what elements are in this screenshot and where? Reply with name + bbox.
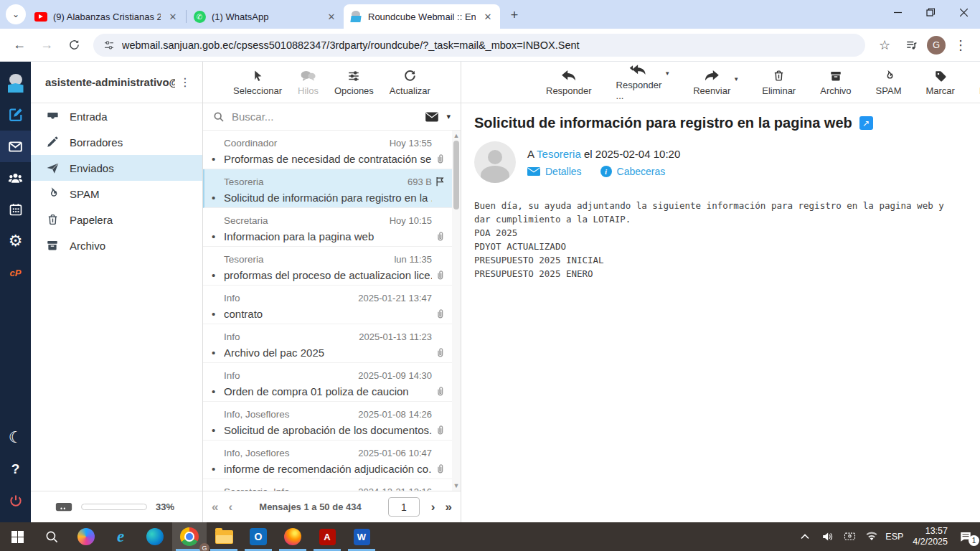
details-link[interactable]: Detalles	[527, 166, 582, 177]
start-button[interactable]	[0, 522, 34, 551]
refresh-button[interactable]: Actualizar	[390, 69, 430, 96]
folder-entrada[interactable]: Entrada	[31, 103, 202, 129]
edge-icon[interactable]	[138, 522, 172, 551]
message-row[interactable]: Info 2025-01-09 14:30 • Orden de compra …	[203, 363, 452, 402]
delete-button[interactable]: Eliminar	[762, 69, 796, 96]
tray-expand-icon[interactable]	[796, 534, 814, 540]
spam-button[interactable]: SPAM	[876, 69, 902, 96]
message-row[interactable]: Info, Joseflores 2025-01-06 10:47 • info…	[203, 441, 452, 479]
site-settings-icon[interactable]	[103, 39, 115, 51]
rail-calendar-button[interactable]	[0, 194, 31, 225]
logout-button[interactable]	[0, 485, 31, 517]
tab-search-button[interactable]: ⌄	[6, 4, 26, 24]
acrobat-button[interactable]: A	[310, 522, 344, 551]
chrome-taskbar-button[interactable]: G	[172, 522, 207, 551]
rail-mail-button[interactable]	[0, 131, 31, 162]
scroll-up-icon[interactable]: ▲	[453, 131, 460, 141]
message-row[interactable]: Info, Joseflores 2025-01-08 14:26 • Soli…	[203, 402, 452, 441]
firefox-button[interactable]	[275, 522, 310, 551]
close-window-button[interactable]	[947, 0, 980, 24]
message-row[interactable]: Info 2025-01-13 11:23 • Archivo del pac …	[203, 324, 452, 363]
reply-all-dropdown-icon[interactable]: ▼	[664, 70, 670, 77]
taskbar-search-button[interactable]	[34, 522, 69, 551]
help-button[interactable]: ?	[0, 453, 31, 485]
last-page-button[interactable]: »	[446, 500, 452, 514]
folder-papelera[interactable]: Papelera	[31, 207, 202, 232]
tab-roundcube-active[interactable]: Roundcube Webmail :: Enviados ✕	[344, 4, 500, 29]
forward-button[interactable]: →	[34, 33, 59, 57]
reload-button[interactable]	[62, 33, 86, 57]
internet-explorer-icon[interactable]: e	[103, 522, 138, 551]
forward-dropdown-icon[interactable]: ▼	[733, 76, 739, 83]
file-explorer-button[interactable]	[207, 522, 241, 551]
tab-youtube[interactable]: (9) Alabanzas Cristianas 2025 🙏 ✕	[29, 4, 185, 29]
folder-borradores[interactable]: Borradores	[31, 129, 202, 155]
message-row[interactable]: Tesoreria lun 11:35 • proformas del proc…	[203, 247, 452, 286]
page-number-input[interactable]: 1	[388, 497, 420, 517]
recipient-link[interactable]: Tesoreria	[537, 148, 581, 160]
cpanel-icon[interactable]: cP	[0, 257, 31, 288]
meet-now-icon[interactable]	[841, 532, 858, 542]
notification-center-icon[interactable]: 1	[957, 531, 974, 542]
rail-settings-button[interactable]: ⚙	[0, 225, 31, 257]
next-page-button[interactable]: ›	[431, 500, 435, 514]
dark-mode-button[interactable]: ☾	[0, 422, 31, 453]
reply-button[interactable]: Responder	[546, 69, 592, 96]
select-button[interactable]: Seleccionar	[233, 69, 282, 96]
rail-contacts-button[interactable]	[0, 162, 31, 194]
compose-button[interactable]	[0, 99, 31, 131]
volume-icon[interactable]	[819, 532, 836, 542]
folder-enviados-selected[interactable]: Enviados	[31, 155, 202, 181]
roundcube-logo[interactable]	[0, 67, 31, 99]
outlook-button[interactable]: O	[241, 522, 275, 551]
message-row[interactable]: Coordinador Hoy 13:55 • Proformas de nec…	[203, 131, 452, 169]
attachment-icon	[432, 347, 448, 359]
message-row[interactable]: Info 2025-01-21 13:47 • contrato	[203, 286, 452, 324]
list-scrollbar[interactable]: ▲ ▼	[452, 131, 461, 491]
threads-icon	[300, 69, 316, 83]
copilot-icon[interactable]	[69, 522, 103, 551]
bookmark-star-icon[interactable]: ☆	[872, 33, 897, 57]
scroll-down-icon[interactable]: ▼	[453, 481, 460, 491]
clock[interactable]: 13:57 4/2/2025	[908, 526, 952, 547]
mark-button[interactable]: Marcar	[925, 69, 954, 96]
restore-button[interactable]	[914, 0, 947, 24]
threads-button[interactable]: Hilos	[298, 69, 319, 96]
profile-avatar[interactable]: G	[927, 36, 946, 55]
wifi-icon[interactable]	[863, 532, 880, 542]
account-menu-icon[interactable]: ⋮	[175, 72, 195, 92]
browser-menu-icon[interactable]: ⋮	[948, 33, 973, 57]
options-button[interactable]: Opciones	[334, 69, 374, 96]
archive-button[interactable]: Archivo	[820, 69, 851, 96]
tab-close-icon[interactable]: ✕	[325, 10, 338, 23]
prev-page-button[interactable]: ‹	[228, 500, 232, 514]
tab-whatsapp[interactable]: ✆ (1) WhatsApp ✕	[187, 4, 344, 29]
open-in-new-window-icon[interactable]: ↗	[859, 116, 873, 130]
address-bar[interactable]: webmail.sanjuan.gob.ec/cpsess5010882347/…	[93, 34, 865, 57]
reply-all-button[interactable]: Responder ... ▼	[616, 63, 662, 101]
message-date: 2024-12-31 12:16	[358, 486, 432, 491]
flag-icon[interactable]	[432, 176, 448, 187]
word-button[interactable]: W	[344, 522, 379, 551]
message-row[interactable]: Secretaria Hoy 10:15 • Informacion para …	[203, 208, 452, 247]
message-row[interactable]: Secretaria, Info 2024-12-31 12:16 •	[203, 479, 452, 491]
message-row[interactable]: Tesoreria 693 B • Solicitud de informaci…	[203, 169, 452, 208]
browser-toolbar: ← → webmail.sanjuan.gob.ec/cpsess5010882…	[0, 29, 980, 62]
folder-spam[interactable]: SPAM	[31, 181, 202, 207]
scrollbar-thumb[interactable]	[453, 141, 459, 209]
search-options-chevron-icon[interactable]: ▾	[446, 112, 451, 121]
first-page-button[interactable]: «	[212, 500, 218, 514]
search-input[interactable]	[232, 110, 418, 123]
new-tab-button[interactable]: +	[504, 5, 524, 25]
headers-link[interactable]: i Cabeceras	[600, 166, 666, 177]
tab-close-icon[interactable]: ✕	[166, 10, 179, 23]
media-control-icon[interactable]	[900, 33, 924, 57]
tab-close-icon[interactable]: ✕	[481, 10, 494, 23]
message-sender: Secretaria	[212, 215, 390, 226]
language-indicator[interactable]: ESP	[885, 532, 903, 542]
search-scope-icon[interactable]	[425, 111, 439, 123]
minimize-button[interactable]	[881, 0, 914, 24]
forward-button[interactable]: Reenviar ▼	[693, 69, 730, 96]
back-button[interactable]: ←	[7, 33, 32, 57]
folder-archivo[interactable]: Archivo	[31, 232, 202, 258]
